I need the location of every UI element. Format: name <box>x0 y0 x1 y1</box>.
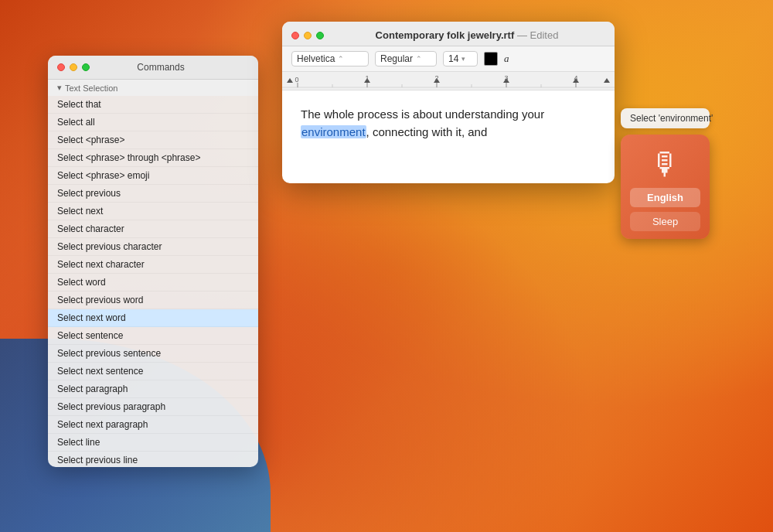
list-item[interactable]: Select line <box>48 434 258 452</box>
list-item[interactable]: Select previous sentence <box>48 345 258 363</box>
list-item[interactable]: Select previous line <box>48 452 258 467</box>
list-item[interactable]: Select previous character <box>48 238 258 256</box>
size-value: 14 <box>448 53 458 64</box>
list-item[interactable]: Select <phrase> <box>48 131 258 149</box>
commands-titlebar: Commands <box>48 56 258 80</box>
list-item[interactable]: Select next word <box>48 309 258 327</box>
list-item[interactable]: Select <phrase> emoji <box>48 167 258 185</box>
voice-panel: 🎙 English Sleep <box>621 135 710 239</box>
doc-selected-word: environment <box>301 125 366 138</box>
style-selector[interactable]: Regular ⌃ <box>375 51 437 66</box>
list-item[interactable]: Select next <box>48 203 258 220</box>
voice-tooltip: Select 'environment' <box>621 108 710 128</box>
style-value: Regular <box>380 53 413 64</box>
commands-section-header: ▾ Text Selection <box>48 80 258 96</box>
ruler-svg: 0 1 2 3 4 <box>282 72 615 90</box>
document-window: Contemporary folk jewelry.rtf — Edited H… <box>282 22 615 183</box>
list-item[interactable]: Select word <box>48 274 258 292</box>
doc-content[interactable]: The whole process is about understanding… <box>282 90 615 183</box>
svg-rect-0 <box>282 72 615 90</box>
list-item[interactable]: Select previous <box>48 185 258 203</box>
list-item[interactable]: Select sentence <box>48 327 258 345</box>
doc-traffic-light-yellow[interactable] <box>304 32 312 39</box>
doc-ruler: 0 1 2 3 4 <box>282 72 615 90</box>
doc-toolbar: Helvetica ⌃ Regular ⌃ 14 ▾ a <box>282 46 615 72</box>
list-item[interactable]: Select that <box>48 96 258 114</box>
list-item[interactable]: Select <phrase> through <phrase> <box>48 149 258 167</box>
list-item[interactable]: Select character <box>48 220 258 238</box>
microphone-icon: 🎙 <box>630 147 700 182</box>
list-item[interactable]: Select previous paragraph <box>48 398 258 416</box>
svg-text:0: 0 <box>295 76 298 84</box>
font-value: Helvetica <box>297 53 335 64</box>
size-selector[interactable]: 14 ▾ <box>443 51 478 66</box>
style-chevron-icon: ⌃ <box>416 55 422 63</box>
font-chevron-icon: ⌃ <box>338 55 344 63</box>
svg-text:1: 1 <box>365 74 369 82</box>
svg-text:2: 2 <box>434 74 438 82</box>
list-item[interactable]: Select previous word <box>48 292 258 309</box>
doc-filename: Contemporary folk jewelry.rtf <box>376 29 515 41</box>
list-item[interactable]: Select next paragraph <box>48 416 258 434</box>
doc-title: Contemporary folk jewelry.rtf — Edited <box>329 29 605 41</box>
voice-sleep-button[interactable]: Sleep <box>630 212 700 231</box>
doc-text-after: , connecting with it, and <box>366 125 488 138</box>
list-item[interactable]: Select next character <box>48 256 258 274</box>
chevron-icon: ▾ <box>57 83 62 93</box>
italic-style-button[interactable]: a <box>504 53 509 65</box>
traffic-light-red[interactable] <box>57 63 65 71</box>
doc-traffic-light-green[interactable] <box>316 32 324 39</box>
list-item[interactable]: Select all <box>48 114 258 131</box>
doc-edited-label: — Edited <box>517 29 559 41</box>
doc-traffic-light-red[interactable] <box>291 32 299 39</box>
list-item[interactable]: Select next sentence <box>48 363 258 380</box>
svg-text:4: 4 <box>574 74 577 82</box>
commands-panel-title: Commands <box>73 62 249 73</box>
list-item[interactable]: Select paragraph <box>48 380 258 398</box>
commands-panel: Commands ▾ Text Selection Select thatSel… <box>48 56 258 467</box>
commands-list: Select thatSelect allSelect <phrase>Sele… <box>48 96 258 467</box>
doc-titlebar: Contemporary folk jewelry.rtf — Edited <box>282 22 615 46</box>
svg-text:3: 3 <box>504 74 508 82</box>
doc-text-before: The whole process is about understanding… <box>301 107 544 121</box>
size-chevron-icon: ▾ <box>461 55 465 63</box>
section-header-label: Text Selection <box>65 84 117 93</box>
font-selector[interactable]: Helvetica ⌃ <box>291 51 369 66</box>
voice-widget: Select 'environment' 🎙 English Sleep <box>621 108 710 239</box>
color-picker[interactable] <box>484 52 498 66</box>
voice-language-button[interactable]: English <box>630 188 700 207</box>
